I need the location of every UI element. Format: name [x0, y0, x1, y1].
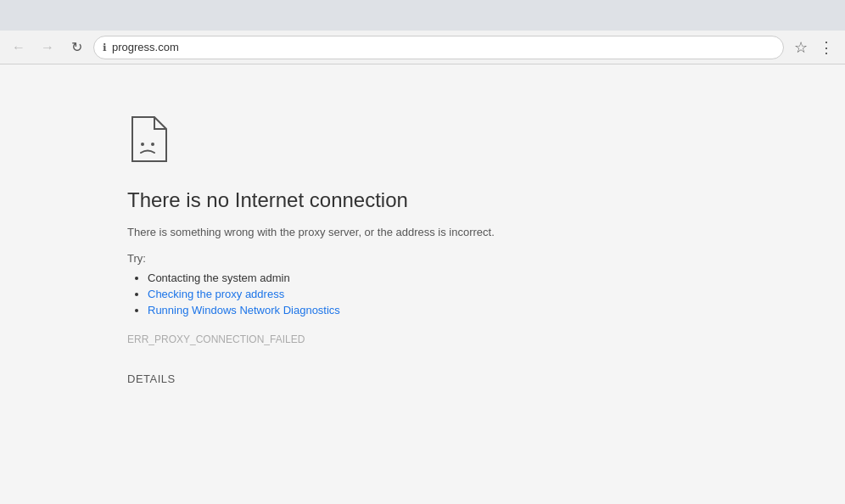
list-item: Contacting the system admin: [148, 272, 495, 284]
forward-button[interactable]: →: [36, 36, 59, 59]
tab-bar: [0, 0, 845, 31]
address-bar[interactable]: ℹ progress.com: [93, 36, 784, 59]
back-button[interactable]: ←: [7, 36, 31, 59]
list-item: Checking the proxy address: [148, 288, 495, 300]
bookmark-button[interactable]: ☆: [789, 36, 813, 59]
back-icon: ←: [12, 40, 25, 55]
suggestion-text-1: Contacting the system admin: [148, 272, 290, 284]
info-icon: ℹ: [103, 42, 107, 53]
toolbar-actions: ☆ ⋮: [789, 36, 838, 59]
toolbar: ← → ↻ ℹ progress.com ☆ ⋮: [0, 31, 845, 64]
browser-chrome: ← → ↻ ℹ progress.com ☆ ⋮: [0, 0, 845, 64]
details-button[interactable]: DETAILS: [127, 372, 176, 385]
forward-icon: →: [41, 40, 54, 55]
reload-button[interactable]: ↻: [64, 36, 88, 59]
kebab-menu-icon: ⋮: [819, 38, 834, 57]
try-label: Try:: [127, 252, 495, 265]
network-diagnostics-link[interactable]: Running Windows Network Diagnostics: [148, 304, 340, 316]
error-code: ERR_PROXY_CONNECTION_FAILED: [127, 333, 495, 345]
svg-point-1: [151, 143, 154, 146]
address-text: progress.com: [112, 41, 775, 53]
page-content: There is no Internet connection There is…: [0, 64, 845, 504]
error-icon: [127, 115, 168, 163]
error-description: There is something wrong with the proxy …: [127, 226, 495, 238]
error-container: There is no Internet connection There is…: [127, 115, 495, 386]
checking-proxy-link[interactable]: Checking the proxy address: [148, 288, 284, 300]
list-item: Running Windows Network Diagnostics: [148, 304, 495, 316]
reload-icon: ↻: [71, 39, 82, 55]
menu-button[interactable]: ⋮: [814, 36, 838, 59]
star-icon: ☆: [794, 38, 808, 57]
error-title: There is no Internet connection: [127, 188, 495, 212]
suggestions-list: Contacting the system admin Checking the…: [127, 272, 495, 316]
svg-point-0: [141, 143, 144, 146]
